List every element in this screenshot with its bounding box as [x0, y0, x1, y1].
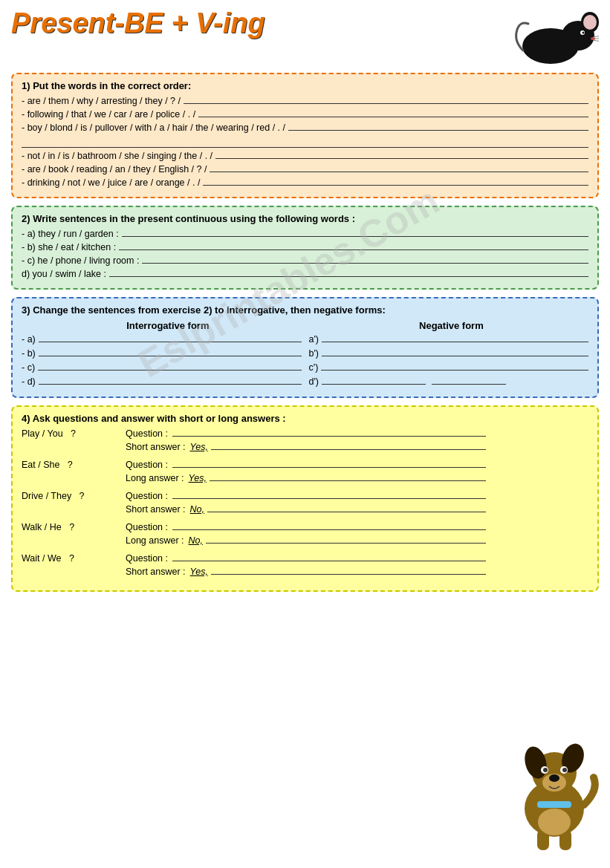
s4-play-short: Short answer : Yes, [22, 442, 486, 452]
s1-line-3: - boy / blond / is / pullover / with / a… [22, 123, 588, 133]
s3-col1-label: Interrogative form [126, 320, 209, 331]
svg-point-19 [562, 768, 567, 772]
s3-row-c: - c) c') [22, 362, 588, 373]
svg-point-23 [538, 809, 571, 835]
svg-point-17 [543, 768, 548, 772]
mouse-illustration [510, 7, 599, 67]
s2-line-4: d) you / swim / lake : [22, 269, 588, 279]
section-3-title: 3) Change the sentences from exercise 2)… [22, 304, 588, 316]
section-1: 1) Put the words in the correct order: -… [11, 73, 599, 198]
page-title: Present-BE + V-ing [11, 7, 265, 45]
s3-row-b: - b) b') [22, 348, 588, 359]
s4-drive-subject: Drive / They ? Question : [22, 491, 486, 501]
s4-play-subject: Play / You ? Question : [22, 428, 486, 439]
s3-column-headers: Interrogative form Negative form [22, 320, 588, 331]
s2-line-1: - a) they / run / garden : [22, 229, 588, 239]
s2-line-3: - c) he / phone / living room : [22, 255, 588, 266]
section-2-title: 2) Write sentences in the present contin… [22, 213, 588, 224]
s2-line-2: - b) she / eat / kitchen : [22, 242, 588, 252]
s3-col2-label: Negative form [419, 320, 484, 331]
s4-group-walk: Walk / He ? Question : Long answer : No, [22, 522, 486, 546]
s4-eat-long: Long answer : Yes, [22, 473, 486, 483]
svg-rect-22 [537, 801, 571, 808]
section-4-title: 4) Ask questions and answer with short o… [22, 413, 486, 424]
s4-group-eat: Eat / She ? Question : Long answer : Yes… [22, 460, 486, 483]
s3-row-d: - d) d') [22, 376, 588, 387]
s4-group-wait: Wait / We ? Question : Short answer : Ye… [22, 553, 486, 577]
section-3: 3) Change the sentences from exercise 2)… [11, 297, 599, 398]
s4-group-play: Play / You ? Question : Short answer : Y… [22, 428, 486, 452]
svg-point-15 [549, 774, 559, 782]
s1-line-7: - drinking / not / we / juice / are / or… [22, 177, 588, 188]
section-4: 4) Ask questions and answer with short o… [11, 405, 599, 592]
s1-line-1: - are / them / why / arresting / they / … [22, 96, 588, 106]
s1-line-2: - following / that / we / car / are / po… [22, 109, 588, 120]
svg-line-9 [593, 40, 599, 43]
s4-walk-subject: Walk / He ? Question : [22, 522, 486, 532]
s4-drive-short: Short answer : No, [22, 504, 486, 515]
s4-group-drive: Drive / They ? Question : Short answer :… [22, 491, 486, 515]
s4-walk-long: Long answer : No, [22, 535, 486, 546]
s3-row-a: - a) a') [22, 334, 588, 345]
s1-line-5: - not / in / is / bathroom / she / singi… [22, 151, 588, 161]
s4-wait-short: Short answer : Yes, [22, 567, 486, 577]
svg-point-3 [583, 15, 597, 30]
dog-illustration [506, 719, 603, 853]
svg-point-5 [583, 32, 585, 34]
s4-eat-subject: Eat / She ? Question : [22, 460, 486, 470]
s1-line-6: - are / book / reading / an / they / Eng… [22, 164, 588, 174]
s4-wait-subject: Wait / We ? Question : [22, 553, 486, 564]
section-2: 2) Write sentences in the present contin… [11, 206, 599, 290]
section-1-title: 1) Put the words in the correct order: [22, 80, 588, 91]
